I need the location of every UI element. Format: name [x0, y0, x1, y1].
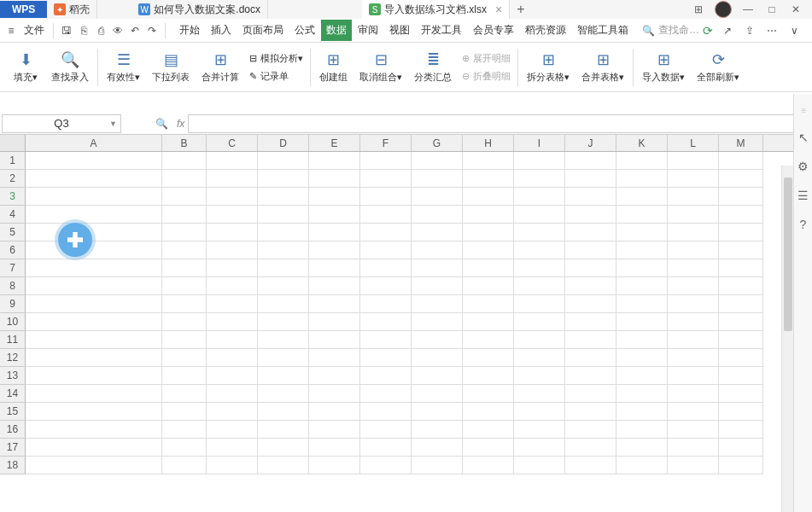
- cell[interactable]: [258, 421, 309, 439]
- cell[interactable]: [668, 295, 719, 313]
- cell[interactable]: [207, 206, 258, 224]
- list-icon[interactable]: ☰: [797, 189, 809, 202]
- share-icon[interactable]: ↗: [720, 23, 735, 38]
- row-header-10[interactable]: 10: [0, 313, 26, 331]
- cell[interactable]: [668, 349, 719, 367]
- cell[interactable]: [309, 295, 360, 313]
- cell[interactable]: [412, 295, 463, 313]
- cell[interactable]: [565, 349, 616, 367]
- cell[interactable]: [719, 421, 763, 439]
- cell[interactable]: [26, 259, 162, 277]
- cursor-icon[interactable]: ↖: [798, 131, 809, 144]
- cell[interactable]: [616, 206, 668, 224]
- cell[interactable]: [162, 206, 207, 224]
- cell[interactable]: [258, 313, 309, 331]
- preview-icon[interactable]: 👁: [110, 23, 126, 38]
- cell[interactable]: [719, 188, 763, 206]
- cell[interactable]: [207, 188, 258, 206]
- cell[interactable]: [26, 439, 162, 457]
- cell[interactable]: [207, 331, 258, 349]
- cell[interactable]: [309, 313, 360, 331]
- cell[interactable]: [412, 277, 463, 295]
- cell[interactable]: [207, 385, 258, 403]
- cell[interactable]: [463, 241, 514, 259]
- cell[interactable]: [412, 188, 463, 206]
- cell[interactable]: [719, 403, 763, 421]
- cell[interactable]: [26, 188, 162, 206]
- cell[interactable]: [719, 241, 763, 259]
- cell[interactable]: [309, 259, 360, 277]
- cell[interactable]: [360, 349, 412, 367]
- col-header-J[interactable]: J: [565, 135, 616, 151]
- cell[interactable]: [309, 421, 360, 439]
- cell[interactable]: [565, 439, 616, 457]
- cell[interactable]: [719, 367, 763, 385]
- cell[interactable]: [668, 439, 719, 457]
- formula-input[interactable]: [188, 114, 809, 133]
- cell[interactable]: [360, 367, 412, 385]
- cell[interactable]: [565, 295, 616, 313]
- cell[interactable]: [668, 403, 719, 421]
- cell[interactable]: [668, 152, 719, 170]
- cell[interactable]: [514, 421, 565, 439]
- avatar[interactable]: [715, 1, 732, 18]
- row-header-13[interactable]: 13: [0, 367, 26, 385]
- cell[interactable]: [668, 421, 719, 439]
- cell[interactable]: [26, 170, 162, 188]
- row-header-5[interactable]: 5: [0, 224, 26, 241]
- cell[interactable]: [26, 349, 162, 367]
- cell[interactable]: [26, 331, 162, 349]
- cell[interactable]: [719, 259, 763, 277]
- cell[interactable]: [565, 224, 616, 241]
- cell[interactable]: [616, 313, 668, 331]
- cell[interactable]: [412, 331, 463, 349]
- cell[interactable]: [463, 457, 514, 474]
- cell[interactable]: [719, 295, 763, 313]
- cell[interactable]: [616, 385, 668, 403]
- cell[interactable]: [207, 349, 258, 367]
- cell[interactable]: [719, 385, 763, 403]
- cell[interactable]: [616, 277, 668, 295]
- cell[interactable]: [360, 152, 412, 170]
- cell[interactable]: [360, 295, 412, 313]
- cell[interactable]: [514, 457, 565, 474]
- row-header-4[interactable]: 4: [0, 206, 26, 224]
- print-icon[interactable]: ⎙: [93, 23, 108, 38]
- cell[interactable]: [360, 313, 412, 331]
- cell[interactable]: [463, 385, 514, 403]
- row-header-14[interactable]: 14: [0, 385, 26, 403]
- grid-icon[interactable]: ⊞: [691, 3, 706, 15]
- cell[interactable]: [616, 403, 668, 421]
- cell[interactable]: [565, 241, 616, 259]
- saveas-icon[interactable]: ⎘: [76, 23, 91, 38]
- grip-icon[interactable]: ≡: [802, 106, 805, 115]
- cell[interactable]: [514, 241, 565, 259]
- cell[interactable]: [412, 241, 463, 259]
- col-header-B[interactable]: B: [162, 135, 207, 151]
- tab-review[interactable]: 审阅: [353, 20, 383, 41]
- cell[interactable]: [258, 331, 309, 349]
- cell[interactable]: [514, 331, 565, 349]
- cell[interactable]: [258, 367, 309, 385]
- cell[interactable]: [207, 421, 258, 439]
- row-header-15[interactable]: 15: [0, 403, 26, 421]
- cell[interactable]: [463, 313, 514, 331]
- cell[interactable]: [162, 403, 207, 421]
- cell[interactable]: [258, 224, 309, 241]
- cell[interactable]: [463, 188, 514, 206]
- cell[interactable]: [309, 439, 360, 457]
- row-header-7[interactable]: 7: [0, 259, 26, 277]
- cell[interactable]: [309, 349, 360, 367]
- cell[interactable]: [162, 385, 207, 403]
- cell[interactable]: [719, 313, 763, 331]
- cell[interactable]: [258, 457, 309, 474]
- cell[interactable]: [360, 403, 412, 421]
- cell[interactable]: [719, 457, 763, 474]
- cell[interactable]: [26, 367, 162, 385]
- cell[interactable]: [162, 295, 207, 313]
- sliders-icon[interactable]: ⚙: [797, 160, 809, 173]
- col-header-A[interactable]: A: [26, 135, 162, 151]
- col-header-L[interactable]: L: [668, 135, 719, 151]
- cell[interactable]: [514, 277, 565, 295]
- cell[interactable]: [463, 295, 514, 313]
